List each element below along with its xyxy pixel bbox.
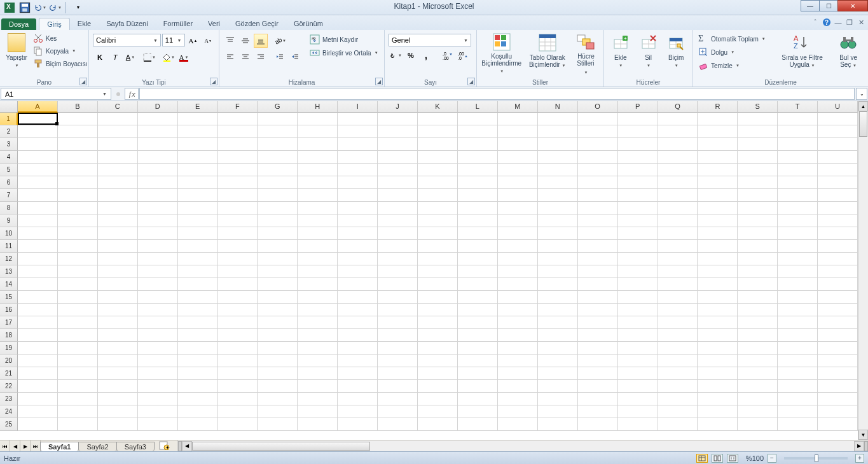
cell[interactable] <box>698 240 738 253</box>
fill-button[interactable]: Dolgu ▼ <box>697 46 767 58</box>
cell[interactable] <box>418 138 458 151</box>
cell[interactable] <box>298 278 338 291</box>
cell[interactable] <box>338 418 378 431</box>
cell[interactable] <box>178 380 218 393</box>
cell[interactable] <box>178 253 218 265</box>
cell[interactable] <box>618 265 658 278</box>
cell[interactable] <box>578 329 618 342</box>
cell[interactable] <box>258 164 298 176</box>
cell[interactable] <box>818 189 858 202</box>
cell[interactable] <box>418 380 458 393</box>
column-header[interactable]: M <box>498 101 538 113</box>
row-header[interactable]: 2 <box>0 125 18 138</box>
cell[interactable] <box>378 113 418 125</box>
cell[interactable] <box>698 418 738 431</box>
cell[interactable] <box>658 151 698 164</box>
cell[interactable] <box>418 202 458 214</box>
cell[interactable] <box>58 355 98 367</box>
cell[interactable] <box>138 240 178 253</box>
cell[interactable] <box>618 329 658 342</box>
cell[interactable] <box>178 214 218 227</box>
cell[interactable] <box>98 113 138 125</box>
cell[interactable] <box>618 418 658 431</box>
cell[interactable] <box>218 405 258 418</box>
cell[interactable] <box>378 393 418 405</box>
cell[interactable] <box>578 227 618 240</box>
column-header[interactable]: R <box>698 101 738 113</box>
cell[interactable] <box>58 342 98 355</box>
cell[interactable] <box>58 227 98 240</box>
cell[interactable] <box>538 202 578 214</box>
cell[interactable] <box>658 125 698 138</box>
cell[interactable] <box>338 151 378 164</box>
cell[interactable] <box>18 316 58 329</box>
normal-view-button[interactable] <box>696 454 708 463</box>
cell[interactable] <box>178 329 218 342</box>
ribbon-tab-ekle[interactable]: Ekle <box>70 18 99 30</box>
zoom-slider[interactable] <box>784 457 848 460</box>
cell[interactable] <box>458 418 498 431</box>
cell[interactable] <box>98 253 138 265</box>
bold-button[interactable]: K <box>93 50 107 64</box>
row-header[interactable]: 19 <box>0 342 18 355</box>
cell[interactable] <box>258 265 298 278</box>
cell[interactable] <box>138 355 178 367</box>
cell[interactable] <box>338 202 378 214</box>
cell[interactable] <box>778 393 818 405</box>
row-header[interactable]: 18 <box>0 329 18 342</box>
cell[interactable] <box>698 278 738 291</box>
cell[interactable] <box>738 342 778 355</box>
cell[interactable] <box>458 125 498 138</box>
cell[interactable] <box>58 316 98 329</box>
cell[interactable] <box>658 342 698 355</box>
cell[interactable] <box>538 151 578 164</box>
cell[interactable] <box>818 304 858 316</box>
cell[interactable] <box>138 227 178 240</box>
cell[interactable] <box>778 227 818 240</box>
cell[interactable] <box>578 367 618 380</box>
cell[interactable] <box>578 265 618 278</box>
cell[interactable] <box>258 253 298 265</box>
cell[interactable] <box>298 138 338 151</box>
cell[interactable] <box>18 355 58 367</box>
cell[interactable] <box>698 405 738 418</box>
cell[interactable] <box>458 202 498 214</box>
column-header[interactable]: C <box>98 101 138 113</box>
cell[interactable] <box>498 304 538 316</box>
row-header[interactable]: 4 <box>0 151 18 164</box>
cell[interactable] <box>778 342 818 355</box>
cell[interactable] <box>178 202 218 214</box>
merge-center-button[interactable]: Birleştir ve Ortala ▼ <box>308 47 380 59</box>
cell[interactable] <box>658 278 698 291</box>
cell[interactable] <box>178 164 218 176</box>
formula-input[interactable] <box>139 88 855 100</box>
cell[interactable] <box>578 151 618 164</box>
cell[interactable] <box>818 253 858 265</box>
cell[interactable] <box>338 240 378 253</box>
zoom-knob[interactable] <box>815 454 818 462</box>
cell[interactable] <box>538 316 578 329</box>
cell[interactable] <box>58 329 98 342</box>
cell[interactable] <box>338 329 378 342</box>
cell[interactable] <box>538 125 578 138</box>
cell[interactable] <box>818 278 858 291</box>
cell[interactable] <box>58 393 98 405</box>
cell[interactable] <box>778 125 818 138</box>
cell[interactable] <box>818 316 858 329</box>
cell[interactable] <box>378 227 418 240</box>
cell[interactable] <box>338 265 378 278</box>
row-header[interactable]: 3 <box>0 138 18 151</box>
cell[interactable] <box>738 316 778 329</box>
cell[interactable] <box>458 265 498 278</box>
cell[interactable] <box>258 151 298 164</box>
cell[interactable] <box>58 291 98 304</box>
cell[interactable] <box>538 342 578 355</box>
cell[interactable] <box>418 227 458 240</box>
cell[interactable] <box>178 113 218 125</box>
wrap-text-button[interactable]: ab Metni Kaydır <box>308 34 380 45</box>
row-header[interactable]: 8 <box>0 202 18 214</box>
cell[interactable] <box>578 355 618 367</box>
cell[interactable] <box>258 176 298 189</box>
cell[interactable] <box>378 304 418 316</box>
cell[interactable] <box>618 176 658 189</box>
